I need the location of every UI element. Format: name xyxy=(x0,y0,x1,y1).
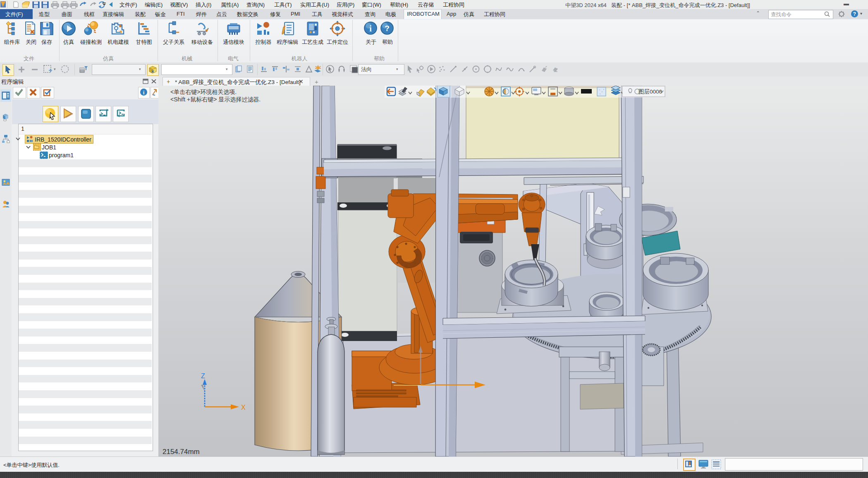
svg-text:<Shift +鼠标右键> 显示选择过滤器.: <Shift +鼠标右键> 显示选择过滤器. xyxy=(170,96,261,103)
svg-text:Z: Z xyxy=(201,372,205,380)
svg-text:2154.74mm: 2154.74mm xyxy=(163,448,200,456)
svg-text:i: i xyxy=(143,89,145,96)
svg-text:?: ? xyxy=(853,11,856,17)
svg-text:X: X xyxy=(241,404,246,411)
svg-text:图层0000: 图层0000 xyxy=(638,89,662,95)
svg-text:?: ? xyxy=(385,24,390,33)
svg-text:<单击右键>环境相关选项.: <单击右键>环境相关选项. xyxy=(170,89,237,95)
svg-text:i: i xyxy=(369,24,372,33)
